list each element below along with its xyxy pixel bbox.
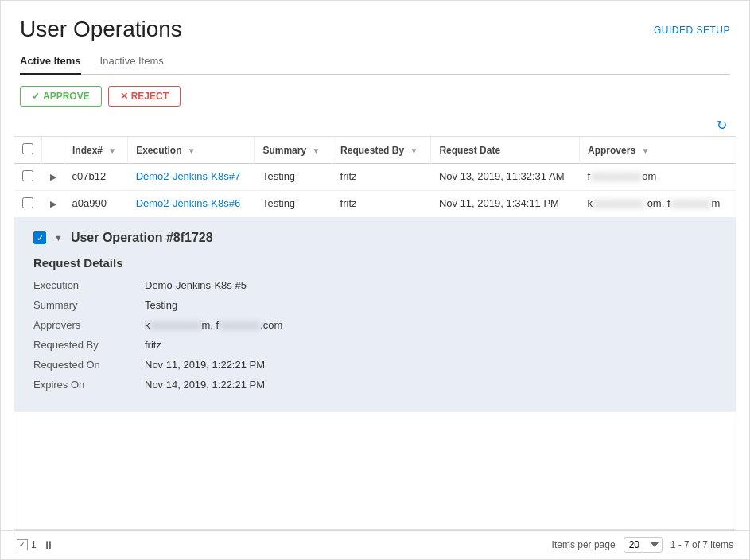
per-page-select[interactable]: 20 50 100	[624, 537, 663, 553]
row1-checkbox-cell	[14, 164, 42, 191]
row1-requested-by: fritz	[332, 164, 431, 191]
expanded-title: User Operation #8f1728	[71, 231, 213, 245]
row2-approvers-blurred2: xxxxxxxx	[670, 197, 712, 209]
row1-execution: Demo2-Jenkins-K8s#7	[128, 164, 255, 191]
items-info: 1 - 7 of 7 items	[670, 539, 733, 550]
detail-value-execution[interactable]: Demo-Jenkins-K8s #5	[145, 279, 247, 291]
detail-value-summary: Testing	[145, 299, 177, 311]
approvers-blurred2: xxxxxxxx	[219, 319, 260, 331]
items-per-page-label: Items per page	[552, 539, 616, 550]
detail-label-execution: Execution	[33, 279, 145, 291]
detail-row-approvers: Approvers kxxxxxxxxxxm, xxxxxxxxfxxxxxxx…	[33, 319, 717, 331]
footer-right: Items per page 20 50 100 1 - 7 of 7 item…	[552, 537, 733, 553]
footer-pause-icon[interactable]: ⏸	[43, 539, 54, 551]
table-row: ▶ a0a990 Demo2-Jenkins-K8s#6 Testing fri…	[14, 191, 736, 218]
footer: ✓ 1 ⏸ Items per page 20 50 100 1 - 7 of …	[1, 530, 749, 559]
row2-request-date: Nov 11, 2019, 1:34:11 PM	[431, 191, 580, 218]
refresh-icon[interactable]: ↻	[717, 118, 727, 133]
table-row: ▶ c07b12 Demo2-Jenkins-K8s#7 Testing fri…	[14, 164, 736, 191]
row2-approvers: kxxxxxxxxxx om, fxxxxxxxxm	[580, 191, 736, 218]
row2-expand-button[interactable]: ▶	[50, 199, 56, 208]
expanded-checkbox[interactable]: ✓	[33, 231, 46, 244]
header-request-date[interactable]: Request Date	[431, 137, 580, 164]
detail-label-expires-on: Expires On	[33, 379, 145, 391]
row1-expand-cell: ▶	[42, 164, 64, 191]
row2-execution-link[interactable]: Demo2-Jenkins-K8s#6	[136, 197, 241, 209]
table-header-row: Index# ▼ Execution ▼ Summary ▼ Requested…	[14, 137, 736, 164]
x-icon: ✕	[120, 91, 128, 102]
header-summary[interactable]: Summary ▼	[255, 137, 332, 164]
detail-section: Request Details Execution Demo-Jenkins-K…	[33, 256, 717, 391]
expanded-row: ✓ ▼ User Operation #8f1728 Request Detai…	[14, 218, 736, 412]
table-container: Index# ▼ Execution ▼ Summary ▼ Requested…	[14, 136, 736, 530]
row1-index: c07b12	[64, 164, 128, 191]
sort-execution-icon[interactable]: ▼	[188, 146, 196, 155]
toolbar: ✓ APPROVE ✕ REJECT	[1, 75, 749, 118]
detail-value-requested-on: Nov 11, 2019, 1:22:21 PM	[145, 359, 265, 371]
footer-left: ✓ 1 ⏸	[17, 539, 54, 551]
detail-label-summary: Summary	[33, 299, 145, 311]
sort-index-icon[interactable]: ▼	[108, 146, 116, 155]
expanded-row-cell: ✓ ▼ User Operation #8f1728 Request Detai…	[14, 218, 736, 412]
sort-requested-by-icon[interactable]: ▼	[410, 146, 418, 155]
header-requested-by[interactable]: Requested By ▼	[332, 137, 431, 164]
row2-expand-cell: ▶	[42, 191, 64, 218]
detail-label-requested-by: Requested By	[33, 339, 145, 351]
header-approvers[interactable]: Approvers ▼	[580, 137, 736, 164]
footer-select-indicator: ✓ 1	[17, 539, 37, 550]
tabs-container: Active Items Inactive Items	[20, 49, 730, 75]
guided-setup-link[interactable]: GUIDED SETUP	[654, 25, 730, 36]
header-index[interactable]: Index# ▼	[64, 137, 128, 164]
expanded-header: ✓ ▼ User Operation #8f1728	[33, 231, 717, 245]
detail-value-expires-on: Nov 14, 2019, 1:22:21 PM	[145, 379, 265, 391]
approvers-blurred1: xxxxxxxxxx	[150, 319, 202, 331]
reject-button[interactable]: ✕ REJECT	[108, 86, 181, 107]
detail-label-requested-on: Requested On	[33, 359, 145, 371]
row2-requested-by: fritz	[332, 191, 431, 218]
row2-approvers-blurred1: xxxxxxxxxx	[593, 197, 644, 209]
sort-approvers-icon[interactable]: ▼	[641, 146, 649, 155]
page-title: User Operations	[20, 17, 182, 42]
detail-row-requested-by: Requested By fritz	[33, 339, 717, 351]
detail-value-approvers: kxxxxxxxxxxm, xxxxxxxxfxxxxxxxx.com	[145, 319, 282, 331]
row1-execution-link[interactable]: Demo2-Jenkins-K8s#7	[136, 170, 241, 182]
expanded-content: ✓ ▼ User Operation #8f1728 Request Detai…	[14, 218, 736, 411]
operations-table: Index# ▼ Execution ▼ Summary ▼ Requested…	[14, 137, 736, 412]
approve-button[interactable]: ✓ APPROVE	[20, 86, 102, 107]
header-checkbox-cell	[14, 137, 42, 164]
row1-approvers-blurred: xxxxxxxxxx	[590, 170, 642, 182]
footer-selected-count: 1	[31, 539, 37, 550]
detail-value-requested-by: fritz	[145, 339, 161, 351]
row1-request-date: Nov 13, 2019, 11:32:31 AM	[431, 164, 580, 191]
footer-checkbox-box[interactable]: ✓	[17, 539, 28, 550]
row2-checkbox-cell	[14, 191, 42, 218]
row1-checkbox[interactable]	[22, 170, 33, 181]
detail-row-requested-on: Requested On Nov 11, 2019, 1:22:21 PM	[33, 359, 717, 371]
row2-execution: Demo2-Jenkins-K8s#6	[128, 191, 255, 218]
collapse-button[interactable]: ▼	[54, 233, 63, 243]
sort-summary-icon[interactable]: ▼	[312, 146, 320, 155]
select-all-checkbox[interactable]	[22, 143, 33, 154]
header: User Operations GUIDED SETUP Active Item…	[1, 1, 749, 75]
detail-section-title: Request Details	[33, 256, 717, 270]
tab-active-items[interactable]: Active Items	[20, 49, 81, 75]
row1-approvers: fxxxxxxxxxxom	[580, 164, 736, 191]
tab-inactive-items[interactable]: Inactive Items	[100, 49, 164, 74]
row2-summary: Testing	[255, 191, 332, 218]
detail-row-execution: Execution Demo-Jenkins-K8s #5	[33, 279, 717, 291]
page-container: User Operations GUIDED SETUP Active Item…	[0, 0, 750, 560]
detail-label-approvers: Approvers	[33, 319, 145, 331]
header-execution[interactable]: Execution ▼	[128, 137, 255, 164]
detail-row-summary: Summary Testing	[33, 299, 717, 311]
refresh-area: ↻	[1, 118, 749, 133]
checkmark-icon: ✓	[32, 91, 40, 102]
row1-summary: Testing	[255, 164, 332, 191]
row2-checkbox[interactable]	[22, 197, 33, 208]
row1-expand-button[interactable]: ▶	[50, 172, 56, 181]
detail-row-expires-on: Expires On Nov 14, 2019, 1:22:21 PM	[33, 379, 717, 391]
header-expand-cell	[42, 137, 64, 164]
row2-index: a0a990	[64, 191, 128, 218]
